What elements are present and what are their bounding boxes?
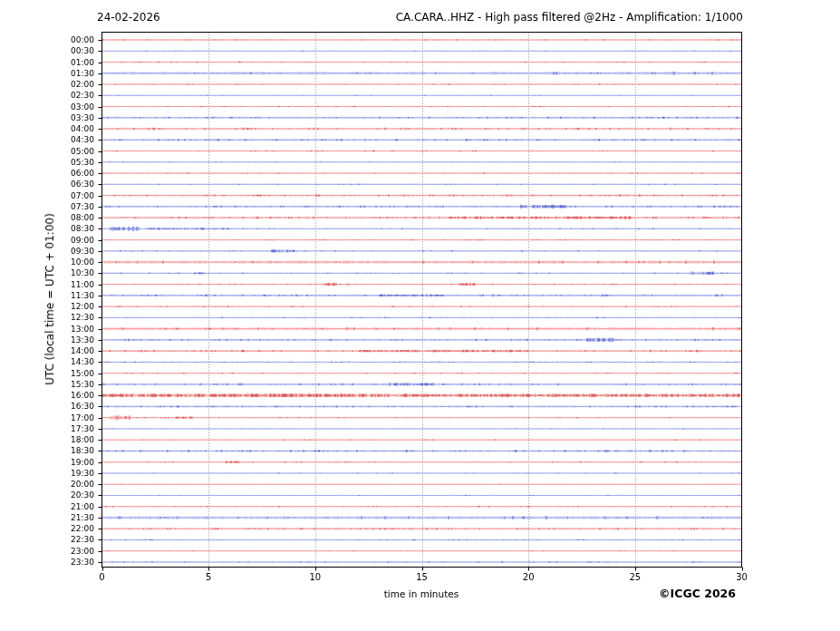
y-tick-label: 17:30: [0, 424, 94, 433]
x-tick-label: 15: [416, 572, 428, 582]
y-tick-label: 05:00: [0, 147, 94, 156]
y-tick-label: 11:30: [0, 291, 94, 300]
y-tick-label: 22:00: [0, 524, 94, 533]
y-tick-label: 09:00: [0, 236, 94, 245]
y-tick-label: 18:30: [0, 446, 94, 455]
y-tick-label: 03:00: [0, 102, 94, 112]
y-tick-label: 03:30: [0, 113, 94, 122]
y-tick-label: 07:30: [0, 202, 94, 211]
helicorder-figure: 24-02-2026 CA.CARA..HHZ - High pass filt…: [0, 0, 840, 631]
y-tick-label: 06:00: [0, 169, 94, 178]
y-tick-label: 20:00: [0, 480, 94, 489]
y-tick-label: 12:00: [0, 302, 94, 311]
y-tick-label: 13:30: [0, 335, 94, 345]
y-tick-label: 20:30: [0, 490, 94, 500]
y-tick-label: 01:30: [0, 69, 94, 78]
y-tick-label: 04:30: [0, 135, 94, 144]
y-tick-label: 14:00: [0, 346, 94, 355]
x-tick-label: 25: [629, 572, 641, 582]
y-tick-label: 10:30: [0, 268, 94, 277]
y-tick-label: 15:00: [0, 369, 94, 378]
x-tick-label: 5: [206, 572, 211, 582]
y-tick-label: 21:30: [0, 513, 94, 522]
y-tick-label: 05:30: [0, 158, 94, 167]
x-tick-label: 20: [523, 572, 535, 582]
y-tick-label: 16:30: [0, 402, 94, 411]
x-tick-label: 0: [99, 572, 104, 582]
y-tick-label: 07:00: [0, 191, 94, 200]
y-tick-label: 01:00: [0, 58, 94, 67]
y-tick-label: 08:30: [0, 224, 94, 233]
y-tick-label: 21:00: [0, 502, 94, 511]
y-tick-label: 22:30: [0, 535, 94, 544]
copyright-label: ©ICGC 2026: [659, 587, 736, 600]
y-tick-label: 13:00: [0, 325, 94, 334]
y-tick-label: 15:30: [0, 380, 94, 389]
figure-date: 24-02-2026: [97, 11, 160, 24]
figure-title: CA.CARA..HHZ - High pass filtered @2Hz -…: [396, 11, 743, 24]
y-tick-label: 19:30: [0, 469, 94, 478]
y-tick-label: 17:00: [0, 413, 94, 422]
y-tick-label: 02:30: [0, 91, 94, 100]
helicorder-plot-canvas: [0, 0, 840, 631]
y-tick-label: 14:30: [0, 357, 94, 366]
y-tick-label: 02:00: [0, 80, 94, 89]
y-tick-label: 18:00: [0, 435, 94, 444]
y-tick-label: 12:30: [0, 313, 94, 322]
x-tick-label: 10: [309, 572, 321, 582]
y-tick-label: 00:30: [0, 46, 94, 55]
x-axis-title: time in minutes: [384, 588, 459, 599]
y-tick-label: 08:00: [0, 213, 94, 222]
y-tick-label: 06:30: [0, 180, 94, 189]
y-tick-label: 09:30: [0, 247, 94, 256]
y-tick-label: 11:00: [0, 280, 94, 289]
x-tick-label: 30: [736, 572, 748, 582]
y-tick-label: 23:30: [0, 558, 94, 567]
y-tick-label: 10:00: [0, 257, 94, 267]
y-tick-label: 16:00: [0, 391, 94, 400]
y-tick-label: 19:00: [0, 458, 94, 467]
y-tick-label: 00:00: [0, 35, 94, 44]
y-tick-label: 23:00: [0, 547, 94, 556]
y-tick-label: 04:00: [0, 124, 94, 133]
